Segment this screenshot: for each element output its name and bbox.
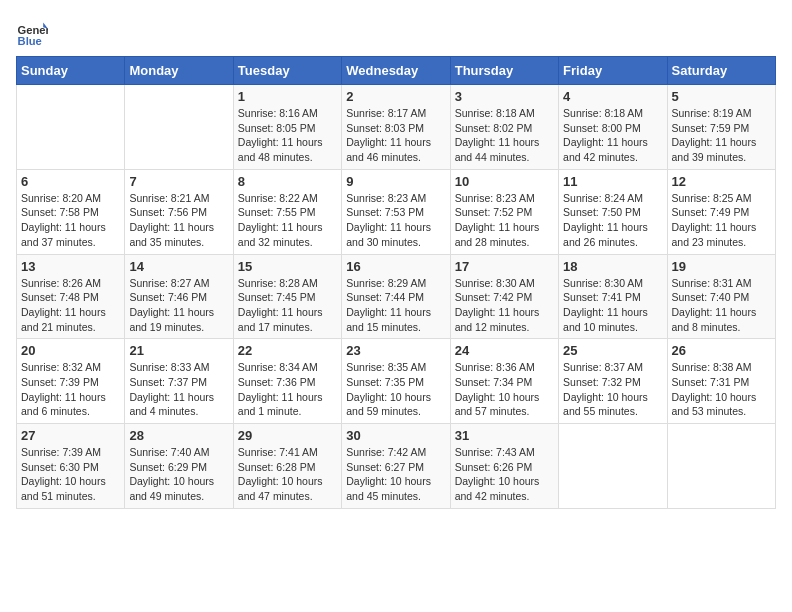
cell-info: Sunrise: 7:43 AMSunset: 6:26 PMDaylight:… bbox=[455, 446, 540, 502]
calendar-cell: 17 Sunrise: 8:30 AMSunset: 7:42 PMDaylig… bbox=[450, 254, 558, 339]
calendar-week-2: 6 Sunrise: 8:20 AMSunset: 7:58 PMDayligh… bbox=[17, 169, 776, 254]
day-number: 12 bbox=[672, 174, 771, 189]
calendar-week-3: 13 Sunrise: 8:26 AMSunset: 7:48 PMDaylig… bbox=[17, 254, 776, 339]
calendar-cell: 29 Sunrise: 7:41 AMSunset: 6:28 PMDaylig… bbox=[233, 424, 341, 509]
day-number: 24 bbox=[455, 343, 554, 358]
calendar-cell: 18 Sunrise: 8:30 AMSunset: 7:41 PMDaylig… bbox=[559, 254, 667, 339]
cell-info: Sunrise: 7:42 AMSunset: 6:27 PMDaylight:… bbox=[346, 446, 431, 502]
cell-info: Sunrise: 8:23 AMSunset: 7:52 PMDaylight:… bbox=[455, 192, 540, 248]
cell-info: Sunrise: 8:21 AMSunset: 7:56 PMDaylight:… bbox=[129, 192, 214, 248]
cell-info: Sunrise: 8:31 AMSunset: 7:40 PMDaylight:… bbox=[672, 277, 757, 333]
day-number: 21 bbox=[129, 343, 228, 358]
calendar-cell: 3 Sunrise: 8:18 AMSunset: 8:02 PMDayligh… bbox=[450, 85, 558, 170]
cell-info: Sunrise: 8:37 AMSunset: 7:32 PMDaylight:… bbox=[563, 361, 648, 417]
calendar-cell: 9 Sunrise: 8:23 AMSunset: 7:53 PMDayligh… bbox=[342, 169, 450, 254]
cell-info: Sunrise: 8:28 AMSunset: 7:45 PMDaylight:… bbox=[238, 277, 323, 333]
col-header-sunday: Sunday bbox=[17, 57, 125, 85]
calendar-table: SundayMondayTuesdayWednesdayThursdayFrid… bbox=[16, 56, 776, 509]
header-row: SundayMondayTuesdayWednesdayThursdayFrid… bbox=[17, 57, 776, 85]
cell-info: Sunrise: 7:41 AMSunset: 6:28 PMDaylight:… bbox=[238, 446, 323, 502]
logo-icon: General Blue bbox=[16, 16, 48, 48]
cell-info: Sunrise: 8:33 AMSunset: 7:37 PMDaylight:… bbox=[129, 361, 214, 417]
calendar-cell bbox=[559, 424, 667, 509]
day-number: 31 bbox=[455, 428, 554, 443]
calendar-cell: 4 Sunrise: 8:18 AMSunset: 8:00 PMDayligh… bbox=[559, 85, 667, 170]
day-number: 5 bbox=[672, 89, 771, 104]
cell-info: Sunrise: 8:20 AMSunset: 7:58 PMDaylight:… bbox=[21, 192, 106, 248]
calendar-cell: 23 Sunrise: 8:35 AMSunset: 7:35 PMDaylig… bbox=[342, 339, 450, 424]
day-number: 26 bbox=[672, 343, 771, 358]
cell-info: Sunrise: 8:17 AMSunset: 8:03 PMDaylight:… bbox=[346, 107, 431, 163]
calendar-cell: 10 Sunrise: 8:23 AMSunset: 7:52 PMDaylig… bbox=[450, 169, 558, 254]
logo: General Blue bbox=[16, 16, 48, 48]
cell-info: Sunrise: 8:26 AMSunset: 7:48 PMDaylight:… bbox=[21, 277, 106, 333]
calendar-cell: 26 Sunrise: 8:38 AMSunset: 7:31 PMDaylig… bbox=[667, 339, 775, 424]
calendar-cell: 13 Sunrise: 8:26 AMSunset: 7:48 PMDaylig… bbox=[17, 254, 125, 339]
day-number: 7 bbox=[129, 174, 228, 189]
day-number: 19 bbox=[672, 259, 771, 274]
cell-info: Sunrise: 8:25 AMSunset: 7:49 PMDaylight:… bbox=[672, 192, 757, 248]
day-number: 22 bbox=[238, 343, 337, 358]
cell-info: Sunrise: 8:32 AMSunset: 7:39 PMDaylight:… bbox=[21, 361, 106, 417]
col-header-tuesday: Tuesday bbox=[233, 57, 341, 85]
cell-info: Sunrise: 8:35 AMSunset: 7:35 PMDaylight:… bbox=[346, 361, 431, 417]
calendar-cell: 22 Sunrise: 8:34 AMSunset: 7:36 PMDaylig… bbox=[233, 339, 341, 424]
cell-info: Sunrise: 8:34 AMSunset: 7:36 PMDaylight:… bbox=[238, 361, 323, 417]
day-number: 30 bbox=[346, 428, 445, 443]
day-number: 25 bbox=[563, 343, 662, 358]
calendar-cell: 8 Sunrise: 8:22 AMSunset: 7:55 PMDayligh… bbox=[233, 169, 341, 254]
calendar-cell: 20 Sunrise: 8:32 AMSunset: 7:39 PMDaylig… bbox=[17, 339, 125, 424]
day-number: 23 bbox=[346, 343, 445, 358]
cell-info: Sunrise: 8:30 AMSunset: 7:41 PMDaylight:… bbox=[563, 277, 648, 333]
cell-info: Sunrise: 8:36 AMSunset: 7:34 PMDaylight:… bbox=[455, 361, 540, 417]
calendar-cell: 27 Sunrise: 7:39 AMSunset: 6:30 PMDaylig… bbox=[17, 424, 125, 509]
cell-info: Sunrise: 7:40 AMSunset: 6:29 PMDaylight:… bbox=[129, 446, 214, 502]
calendar-cell: 21 Sunrise: 8:33 AMSunset: 7:37 PMDaylig… bbox=[125, 339, 233, 424]
calendar-cell: 14 Sunrise: 8:27 AMSunset: 7:46 PMDaylig… bbox=[125, 254, 233, 339]
cell-info: Sunrise: 8:18 AMSunset: 8:02 PMDaylight:… bbox=[455, 107, 540, 163]
calendar-cell: 25 Sunrise: 8:37 AMSunset: 7:32 PMDaylig… bbox=[559, 339, 667, 424]
page-header: General Blue bbox=[16, 16, 776, 48]
calendar-cell: 30 Sunrise: 7:42 AMSunset: 6:27 PMDaylig… bbox=[342, 424, 450, 509]
cell-info: Sunrise: 8:27 AMSunset: 7:46 PMDaylight:… bbox=[129, 277, 214, 333]
day-number: 17 bbox=[455, 259, 554, 274]
calendar-week-4: 20 Sunrise: 8:32 AMSunset: 7:39 PMDaylig… bbox=[17, 339, 776, 424]
calendar-week-1: 1 Sunrise: 8:16 AMSunset: 8:05 PMDayligh… bbox=[17, 85, 776, 170]
col-header-monday: Monday bbox=[125, 57, 233, 85]
cell-info: Sunrise: 8:38 AMSunset: 7:31 PMDaylight:… bbox=[672, 361, 757, 417]
calendar-cell: 24 Sunrise: 8:36 AMSunset: 7:34 PMDaylig… bbox=[450, 339, 558, 424]
calendar-cell: 2 Sunrise: 8:17 AMSunset: 8:03 PMDayligh… bbox=[342, 85, 450, 170]
calendar-cell: 12 Sunrise: 8:25 AMSunset: 7:49 PMDaylig… bbox=[667, 169, 775, 254]
calendar-cell: 5 Sunrise: 8:19 AMSunset: 7:59 PMDayligh… bbox=[667, 85, 775, 170]
cell-info: Sunrise: 8:24 AMSunset: 7:50 PMDaylight:… bbox=[563, 192, 648, 248]
calendar-cell: 19 Sunrise: 8:31 AMSunset: 7:40 PMDaylig… bbox=[667, 254, 775, 339]
calendar-cell: 7 Sunrise: 8:21 AMSunset: 7:56 PMDayligh… bbox=[125, 169, 233, 254]
day-number: 3 bbox=[455, 89, 554, 104]
cell-info: Sunrise: 8:22 AMSunset: 7:55 PMDaylight:… bbox=[238, 192, 323, 248]
calendar-cell bbox=[125, 85, 233, 170]
day-number: 18 bbox=[563, 259, 662, 274]
cell-info: Sunrise: 7:39 AMSunset: 6:30 PMDaylight:… bbox=[21, 446, 106, 502]
calendar-cell: 6 Sunrise: 8:20 AMSunset: 7:58 PMDayligh… bbox=[17, 169, 125, 254]
calendar-cell: 1 Sunrise: 8:16 AMSunset: 8:05 PMDayligh… bbox=[233, 85, 341, 170]
day-number: 27 bbox=[21, 428, 120, 443]
col-header-thursday: Thursday bbox=[450, 57, 558, 85]
calendar-cell bbox=[667, 424, 775, 509]
cell-info: Sunrise: 8:23 AMSunset: 7:53 PMDaylight:… bbox=[346, 192, 431, 248]
col-header-saturday: Saturday bbox=[667, 57, 775, 85]
col-header-wednesday: Wednesday bbox=[342, 57, 450, 85]
calendar-cell bbox=[17, 85, 125, 170]
day-number: 20 bbox=[21, 343, 120, 358]
day-number: 2 bbox=[346, 89, 445, 104]
calendar-cell: 16 Sunrise: 8:29 AMSunset: 7:44 PMDaylig… bbox=[342, 254, 450, 339]
cell-info: Sunrise: 8:16 AMSunset: 8:05 PMDaylight:… bbox=[238, 107, 323, 163]
day-number: 16 bbox=[346, 259, 445, 274]
cell-info: Sunrise: 8:30 AMSunset: 7:42 PMDaylight:… bbox=[455, 277, 540, 333]
cell-info: Sunrise: 8:29 AMSunset: 7:44 PMDaylight:… bbox=[346, 277, 431, 333]
calendar-cell: 11 Sunrise: 8:24 AMSunset: 7:50 PMDaylig… bbox=[559, 169, 667, 254]
calendar-cell: 28 Sunrise: 7:40 AMSunset: 6:29 PMDaylig… bbox=[125, 424, 233, 509]
day-number: 1 bbox=[238, 89, 337, 104]
day-number: 10 bbox=[455, 174, 554, 189]
day-number: 6 bbox=[21, 174, 120, 189]
calendar-week-5: 27 Sunrise: 7:39 AMSunset: 6:30 PMDaylig… bbox=[17, 424, 776, 509]
